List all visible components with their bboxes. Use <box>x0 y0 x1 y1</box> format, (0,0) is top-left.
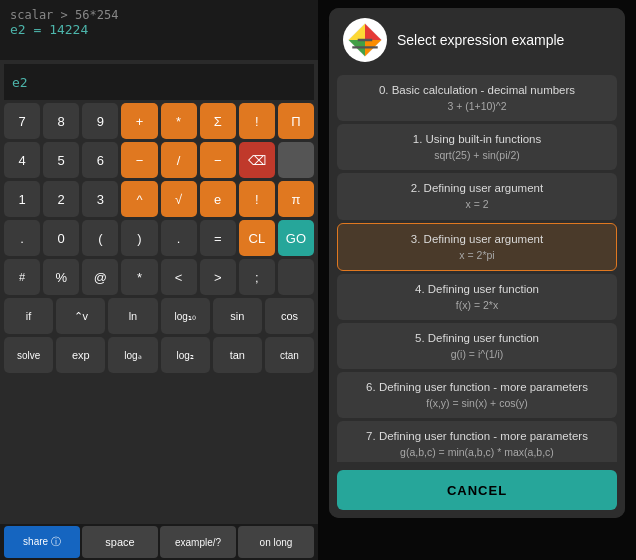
fn-row-2: solve exp logₐ log₂ tan ctan <box>4 337 314 373</box>
modal-item-5[interactable]: 5. Defining user functiong(i) = i^(1/i) <box>337 323 617 369</box>
cancel-button[interactable]: CANCEL <box>337 470 617 510</box>
key-rparen[interactable]: ) <box>121 220 157 256</box>
modal-list[interactable]: 0. Basic calculation - decimal numbers3 … <box>329 72 625 462</box>
modal-item-2[interactable]: 2. Defining user argumentx = 2 <box>337 173 617 219</box>
key-ctan[interactable]: ctan <box>265 337 314 373</box>
modal-item-4[interactable]: 4. Defining user functionf(x) = 2*x <box>337 274 617 320</box>
num-row-4: . 0 ( ) . = CL GO <box>4 220 314 256</box>
key-log10[interactable]: log₁₀ <box>161 298 210 334</box>
left-display: scalar > 56*254 e2 = 14224 <box>0 0 318 60</box>
input-row: e2 <box>4 64 314 100</box>
key-divide[interactable]: / <box>161 142 197 178</box>
key-0[interactable]: 0 <box>43 220 79 256</box>
bottom-bar: share ⓘ space example/? on long <box>0 524 318 560</box>
modal-item-6[interactable]: 6. Defining user function - more paramet… <box>337 372 617 418</box>
right-panel: scalar > e2 = 14 <box>318 0 636 560</box>
app-logo <box>343 18 387 62</box>
key-go[interactable]: GO <box>278 220 314 256</box>
key-log2[interactable]: log₂ <box>161 337 210 373</box>
key-power[interactable]: ^ <box>121 181 157 217</box>
modal-box: Select expression example 0. Basic calcu… <box>329 8 625 518</box>
modal-item-3[interactable]: 3. Defining user argumentx = 2*pi <box>337 223 617 271</box>
key-3[interactable]: 3 <box>82 181 118 217</box>
key-lparen[interactable]: ( <box>82 220 118 256</box>
keyboard-area: e2 7 8 9 + * Σ ! Π 4 5 6 − / − ⌫ 1 2 <box>0 60 318 524</box>
key-dot[interactable]: . <box>4 220 40 256</box>
modal-item-0[interactable]: 0. Basic calculation - decimal numbers3 … <box>337 75 617 121</box>
key-equals[interactable]: = <box>200 220 236 256</box>
num-row-2: 4 5 6 − / − ⌫ <box>4 142 314 178</box>
key-gt[interactable]: > <box>200 259 236 295</box>
key-cl[interactable]: CL <box>239 220 275 256</box>
left-line1: scalar > 56*254 <box>10 8 308 22</box>
key-sin[interactable]: sin <box>213 298 262 334</box>
modal-title: Select expression example <box>397 32 564 48</box>
input-label: e2 <box>12 75 28 90</box>
fn-row-1: if ⌃v ln log₁₀ sin cos <box>4 298 314 334</box>
key-2[interactable]: 2 <box>43 181 79 217</box>
key-1[interactable]: 1 <box>4 181 40 217</box>
key-factorial[interactable]: ! <box>239 103 275 139</box>
key-excl[interactable]: ! <box>239 181 275 217</box>
modal-item-7[interactable]: 7. Defining user function - more paramet… <box>337 421 617 462</box>
key-sigma[interactable]: Σ <box>200 103 236 139</box>
key-7[interactable]: 7 <box>4 103 40 139</box>
key-4[interactable]: 4 <box>4 142 40 178</box>
key-pi-lower[interactable]: π <box>278 181 314 217</box>
space-button[interactable]: space <box>82 526 158 558</box>
modal-overlay: Select expression example 0. Basic calcu… <box>318 0 636 560</box>
key-minus[interactable]: − <box>121 142 157 178</box>
sym-row: # % @ * < > ; <box>4 259 314 295</box>
left-panel: scalar > 56*254 e2 = 14224 e2 7 8 9 + * … <box>0 0 318 560</box>
example-button[interactable]: example/? <box>160 526 236 558</box>
key-caret-v[interactable]: ⌃v <box>56 298 105 334</box>
onlong-button[interactable]: on long <box>238 526 314 558</box>
num-row-3: 1 2 3 ^ √ e ! π <box>4 181 314 217</box>
key-multiply[interactable]: * <box>161 103 197 139</box>
modal-footer: CANCEL <box>329 462 625 518</box>
key-sqrt[interactable]: √ <box>161 181 197 217</box>
key-hash[interactable]: # <box>4 259 40 295</box>
key-pi-upper[interactable]: Π <box>278 103 314 139</box>
key-9[interactable]: 9 <box>82 103 118 139</box>
key-plus[interactable]: + <box>121 103 157 139</box>
key-percent[interactable]: % <box>43 259 79 295</box>
modal-header: Select expression example <box>329 8 625 72</box>
key-backspace[interactable]: ⌫ <box>239 142 275 178</box>
key-cos[interactable]: cos <box>265 298 314 334</box>
key-loga[interactable]: logₐ <box>108 337 157 373</box>
share-button[interactable]: share ⓘ <box>4 526 80 558</box>
key-semi[interactable]: ; <box>239 259 275 295</box>
key-8[interactable]: 8 <box>43 103 79 139</box>
num-row-1: 7 8 9 + * Σ ! Π <box>4 103 314 139</box>
key-ln[interactable]: ln <box>108 298 157 334</box>
key-solve[interactable]: solve <box>4 337 53 373</box>
key-e[interactable]: e <box>200 181 236 217</box>
key-at[interactable]: @ <box>82 259 118 295</box>
key-empty1 <box>278 142 314 178</box>
key-5[interactable]: 5 <box>43 142 79 178</box>
key-exp[interactable]: exp <box>56 337 105 373</box>
key-tan[interactable]: tan <box>213 337 262 373</box>
key-6[interactable]: 6 <box>82 142 118 178</box>
key-dash[interactable]: − <box>200 142 236 178</box>
modal-item-1[interactable]: 1. Using built-in functionssqrt(25) + si… <box>337 124 617 170</box>
key-lt[interactable]: < <box>161 259 197 295</box>
key-star[interactable]: * <box>121 259 157 295</box>
left-line2: e2 = 14224 <box>10 22 308 37</box>
key-misc[interactable] <box>278 259 314 295</box>
key-dot2[interactable]: . <box>161 220 197 256</box>
key-if[interactable]: if <box>4 298 53 334</box>
